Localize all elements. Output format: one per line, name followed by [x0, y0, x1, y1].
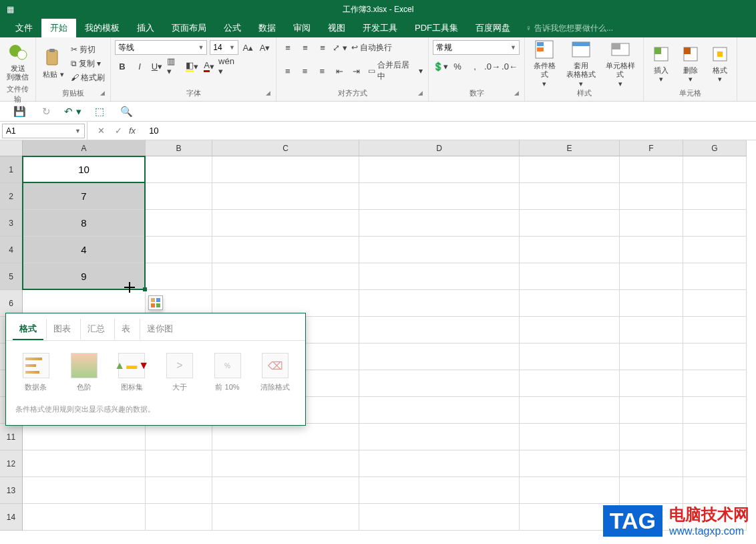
tab-insert[interactable]: 插入 [128, 19, 163, 37]
cell-E4[interactable] [520, 237, 620, 263]
tab-review[interactable]: 审阅 [285, 19, 319, 37]
cell-D2[interactable] [359, 183, 520, 210]
cell-G5[interactable] [683, 263, 747, 290]
cell-A4[interactable]: 4 [23, 237, 146, 263]
tab-page-layout[interactable]: 页面布局 [163, 19, 215, 37]
touch-mode-button[interactable]: ⬚ [91, 103, 108, 120]
cell-E2[interactable] [520, 183, 620, 210]
row-header-5[interactable]: 5 [0, 263, 23, 290]
cancel-formula-button[interactable]: ✕ [94, 124, 108, 138]
decrease-decimal-button[interactable]: .0← [502, 59, 517, 74]
cell-G2[interactable] [683, 183, 747, 210]
cell-A3[interactable]: 8 [23, 210, 146, 237]
row-header-13[interactable]: 13 [0, 477, 23, 504]
align-top-button[interactable]: ≡ [280, 40, 295, 55]
cell-G10[interactable] [683, 397, 747, 424]
col-header-D[interactable]: D [359, 140, 520, 156]
alignment-launcher-icon[interactable]: ◢ [418, 90, 423, 96]
cell-G7[interactable] [683, 317, 747, 344]
col-header-C[interactable]: C [212, 140, 359, 156]
align-center-button[interactable]: ≡ [298, 63, 313, 78]
cell-A2[interactable]: 7 [23, 183, 146, 210]
font-launcher-icon[interactable]: ◢ [266, 90, 270, 96]
cell-F8[interactable] [620, 344, 683, 370]
fill-color-button[interactable]: ◧ ▾ [184, 59, 199, 74]
cell-G9[interactable] [683, 370, 747, 397]
cell-A12[interactable] [23, 450, 146, 477]
qa-option-colorscale[interactable]: 色阶 [63, 353, 105, 392]
font-size-combo[interactable]: 14▼ [210, 40, 238, 55]
cell-G12[interactable] [683, 450, 747, 477]
insert-cells-button[interactable]: 插入▾ [648, 42, 675, 85]
cell-E11[interactable] [520, 424, 620, 450]
number-launcher-icon[interactable]: ◢ [514, 90, 519, 96]
cell-F5[interactable] [620, 263, 683, 290]
cell-D14[interactable] [359, 504, 520, 531]
qa-tab-totals[interactable]: 汇总 [80, 319, 112, 340]
number-format-combo[interactable]: 常规▼ [433, 40, 520, 55]
bold-button[interactable]: B [115, 59, 130, 74]
cell-G6[interactable] [683, 290, 747, 317]
phonetic-button[interactable]: wén ▾ [219, 59, 234, 74]
increase-indent-button[interactable]: ⇥ [349, 63, 364, 78]
qa-tab-charts[interactable]: 图表 [46, 319, 77, 340]
cell-F1[interactable] [620, 156, 683, 183]
tab-pdf-tools[interactable]: PDF工具集 [406, 19, 467, 37]
tab-formulas[interactable]: 公式 [215, 19, 250, 37]
format-cells-button[interactable]: 格式▾ [707, 42, 733, 85]
row-header-11[interactable]: 11 [0, 424, 23, 450]
qa-tab-sparklines[interactable]: 迷你图 [140, 319, 180, 340]
cell-F6[interactable] [620, 290, 683, 317]
qa-tab-tables[interactable]: 表 [114, 319, 137, 340]
cell-G13[interactable] [683, 477, 747, 504]
cell-D3[interactable] [359, 210, 520, 237]
clipboard-launcher-icon[interactable]: ◢ [100, 90, 105, 96]
underline-button[interactable]: U ▾ [150, 59, 164, 74]
cell-F9[interactable] [620, 370, 683, 397]
row-header-1[interactable]: 1 [0, 156, 23, 183]
cell-A14[interactable] [23, 504, 146, 531]
cell-F7[interactable] [620, 317, 683, 344]
increase-font-button[interactable]: A▴ [241, 40, 255, 55]
active-cell[interactable]: 10 [22, 156, 146, 183]
cell-D4[interactable] [359, 237, 520, 263]
row-header-3[interactable]: 3 [0, 210, 23, 237]
cell-A13[interactable] [23, 477, 146, 504]
cell-G8[interactable] [683, 344, 747, 370]
font-name-combo[interactable]: 等线▼ [115, 40, 207, 55]
delete-cells-button[interactable]: 删除▾ [677, 42, 704, 85]
cell-E5[interactable] [520, 263, 620, 290]
format-as-table-button[interactable]: 套用 表格格式 ▾ [562, 37, 598, 90]
cell-F3[interactable] [620, 210, 683, 237]
col-header-B[interactable]: B [146, 140, 212, 156]
cell-B5[interactable] [146, 263, 212, 290]
excel-app-icon[interactable]: ▦ [3, 2, 17, 17]
format-painter-button[interactable]: 🖌格式刷 [69, 72, 106, 84]
cell-D11[interactable] [359, 424, 520, 450]
qa-option-iconset[interactable]: ▲▬▼图标集 [111, 353, 152, 392]
cell-E3[interactable] [520, 210, 620, 237]
cell-B2[interactable] [146, 183, 212, 210]
cell-F13[interactable] [620, 477, 683, 504]
cell-E9[interactable] [520, 370, 620, 397]
tab-view[interactable]: 视图 [319, 19, 354, 37]
align-left-button[interactable]: ≡ [280, 63, 295, 78]
tab-file[interactable]: 文件 [7, 19, 41, 37]
qa-tab-format[interactable]: 格式 [13, 319, 43, 340]
cell-E10[interactable] [520, 397, 620, 424]
cell-E1[interactable] [520, 156, 620, 183]
cell-C3[interactable] [212, 210, 359, 237]
cell-C13[interactable] [212, 477, 359, 504]
col-header-F[interactable]: F [620, 140, 683, 156]
cell-B13[interactable] [146, 477, 212, 504]
print-preview-button[interactable]: 🔍 [118, 103, 135, 120]
border-button[interactable]: ▥ ▾ [167, 59, 182, 74]
select-all-corner[interactable] [0, 140, 23, 156]
cell-D5[interactable] [359, 263, 520, 290]
cut-button[interactable]: ✂剪切 [69, 43, 106, 56]
cell-F10[interactable] [620, 397, 683, 424]
tab-home[interactable]: 开始 [41, 19, 76, 37]
cell-C12[interactable] [212, 450, 359, 477]
align-right-button[interactable]: ≡ [315, 63, 330, 78]
accounting-format-button[interactable]: 💲▾ [433, 59, 447, 74]
